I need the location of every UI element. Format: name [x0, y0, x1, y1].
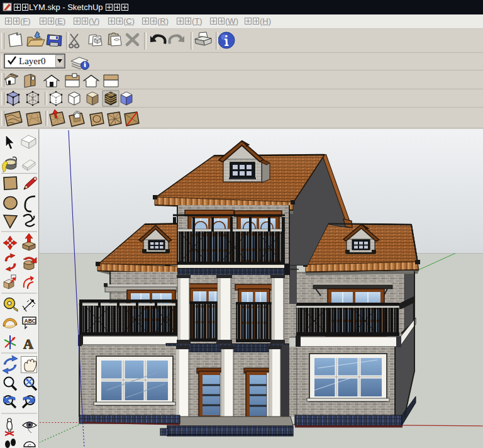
- svg-text:C: C: [28, 443, 31, 448]
- svg-text:A: A: [23, 336, 33, 352]
- svg-text:ABC: ABC: [25, 318, 36, 324]
- svg-text:Layer0: Layer0: [19, 56, 45, 66]
